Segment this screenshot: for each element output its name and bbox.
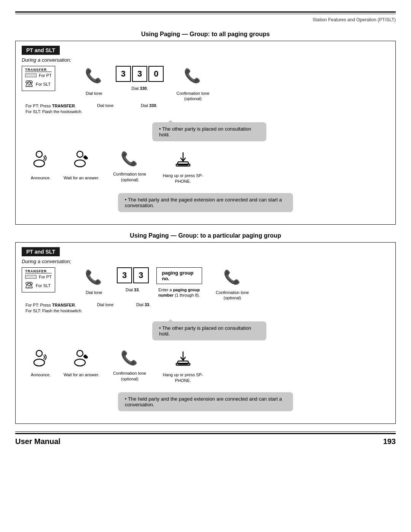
svg-point-4 (77, 151, 83, 157)
s2-phone-wave-icon2: 📞 (223, 267, 242, 287)
section2-announce-cell: Announce. (25, 348, 56, 377)
section1-step-labels: For PT: Press TRANSFER.For SLT: Flash th… (25, 103, 389, 115)
section1-announce-label: Announce. (31, 175, 51, 181)
s2-dial3-2: 3 (133, 267, 148, 283)
section2-step-labels: For PT: Press TRANSFER.For SLT: Flash th… (25, 302, 389, 314)
section1-bubble1: • The other party is placed on consultat… (152, 122, 266, 141)
s2-phone-wave-icon3: 📞 (121, 348, 139, 367)
s2-for-pt-row: For PT (25, 275, 52, 279)
svg-text:📞: 📞 (121, 350, 138, 366)
transfer-button-icon (25, 73, 37, 77)
section2-bubble1-container: • The other party is placed on consultat… (29, 317, 389, 345)
section2-step2-label-text: Dial tone (90, 302, 121, 314)
svg-point-2 (36, 151, 42, 157)
section2-during: During a conversation; (22, 259, 389, 264)
section2-bubble1-text: • The other party is placed on consultat… (159, 325, 251, 337)
dial330-box: 3 3 0 (116, 66, 164, 82)
section1-bubble2-container: • The held party and the paged extension… (22, 189, 389, 217)
section2-paging-label: Enter a paging group number (1 through 8… (156, 287, 202, 298)
section1-dial330-label: Dial 330. (131, 86, 148, 91)
paging-group-box: paging group no. (156, 267, 202, 284)
section1-title: Using Paging — Group: to all paging grou… (15, 31, 396, 38)
svg-text:📞: 📞 (121, 150, 138, 167)
section1-box-label: PT and SLT (22, 46, 60, 55)
section1-dial-tone-cell: 📞 Dial tone (79, 66, 109, 96)
phone-wave-icon2: 📞 (184, 66, 202, 88)
section2-announce-label: Announce. (31, 372, 51, 377)
section2-box-label: PT and SLT (22, 247, 60, 256)
section2-step-row2: Announce. Wait for an answer. 📞 (25, 348, 389, 383)
footer-left: User Manual (15, 437, 61, 446)
for-pt-row: For PT (25, 73, 52, 78)
section2-title: Using Paging — Group: to a particular pa… (15, 232, 396, 239)
section1-during: During a conversation; (22, 57, 389, 63)
section2-dialtone-label: Dial tone (86, 290, 102, 295)
dial33-box: 3 3 (117, 267, 149, 283)
svg-text:📞: 📞 (85, 269, 102, 285)
s2-slt-phone-icon: 🕾 (25, 281, 33, 291)
section2-hangup-cell: Hang up or press SP-PHONE. (160, 348, 206, 383)
section1-box: PT and SLT During a conversation; TRANSF… (15, 41, 396, 225)
section1-hangup-cell: Hang up or press SP-PHONE. (160, 149, 206, 184)
section2-confirm2-cell: 📞 Confirmation tone (optional) (107, 348, 153, 382)
section2-bubble2-text: • The held party and the paged extension… (125, 396, 282, 407)
section2-confirm-label: Confirmation tone (optional) (210, 290, 255, 301)
s2-wait-person-icon (72, 348, 91, 369)
dial3-2: 3 (132, 66, 147, 82)
section1-step2-label-text: Dial tone (90, 103, 121, 115)
footer-row: User Manual 193 (0, 434, 411, 449)
s2-for-slt-row: 🕾 For SLT (25, 281, 52, 291)
s2-for-pt-label: For PT (39, 275, 52, 279)
phone-wave-icon3: 📞 (121, 149, 139, 168)
svg-point-14 (75, 359, 85, 366)
section2-dial-tone-cell: 📞 Dial tone (79, 267, 109, 295)
svg-point-13 (77, 350, 83, 356)
section2-step1-label: For PT: Press TRANSFER.For SLT: Flash th… (25, 302, 83, 314)
section1-bubble2-text: • The held party and the paged extension… (125, 197, 282, 208)
section2-bubble1: • The other party is placed on consultat… (152, 321, 266, 340)
dial3-1: 3 (116, 66, 131, 82)
section1-wait-cell: Wait for an answer. (64, 149, 99, 181)
section1-step-row2: Announce. Wait for an answer. 📞 (25, 149, 389, 184)
section2-dial33-label: Dial 33. (126, 287, 140, 292)
section1-dial330-cell: 3 3 0 Dial 330. (117, 66, 162, 91)
section2-confirm2-label: Confirmation tone (optional) (107, 371, 153, 382)
svg-point-11 (36, 350, 42, 356)
for-slt-row: 🕾 For SLT (25, 79, 52, 89)
svg-text:📞: 📞 (184, 67, 201, 84)
section1-step-row1: TRANSFER For PT 🕾 For SLT (22, 66, 389, 102)
svg-text:📞: 📞 (85, 67, 102, 84)
svg-point-12 (34, 359, 45, 366)
section1-confirmation-cell: 📞 Confirmation tone (optional) (170, 66, 216, 102)
section1-announce-cell: Announce. (25, 149, 56, 181)
svg-point-3 (34, 160, 45, 167)
header-text: Station Features and Operation (PT/SLT) (312, 17, 396, 22)
section2-paging-group-cell: paging group no. Enter a paging group nu… (156, 267, 202, 298)
section1-hangup-label: Hang up or press SP-PHONE. (160, 173, 206, 184)
header-top-line (15, 11, 396, 13)
section2-bubble2: • The held party and the paged extension… (118, 392, 293, 411)
for-pt-label: For PT (39, 73, 52, 78)
section2-transfer-cell: TRANSFER For PT 🕾 For SLT (22, 267, 71, 292)
footer-top-line (15, 431, 396, 432)
section1-dialtone-label: Dial tone (86, 91, 102, 96)
announce-person-icon (31, 149, 51, 172)
slt-phone-icon: 🕾 (25, 79, 33, 89)
section1-bubble1-container: • The other party is placed on consultat… (29, 118, 389, 146)
section2-box: PT and SLT During a conversation; TRANSF… (15, 242, 396, 424)
section1-step1-label: For PT: Press TRANSFER.For SLT: Flash th… (25, 103, 83, 115)
section1-confirm2-label: Confirmation tone (optional) (107, 171, 153, 182)
section1-confirm-label: Confirmation tone (optional) (170, 91, 216, 102)
hangup-icon (173, 149, 193, 170)
s2-transfer-button-icon (25, 275, 37, 279)
section2-wait-cell: Wait for an answer. (64, 348, 99, 377)
section1-step3-label-text: Dial 330. (128, 103, 170, 115)
phone-wave-icon1: 📞 (85, 66, 103, 88)
section2-confirmation-cell: 📞 Confirmation tone (optional) (210, 267, 255, 301)
section1-bubble1-text: • The other party is placed on consultat… (159, 126, 251, 137)
section1-wait-label: Wait for an answer. (64, 175, 99, 181)
s2-announce-person-icon (31, 348, 51, 369)
section2-step3-label-text: Dial 33. (128, 302, 159, 314)
section1-confirm2-cell: 📞 Confirmation tone (optional) (107, 149, 153, 182)
section1-transfer-cell: TRANSFER For PT 🕾 For SLT (22, 66, 71, 91)
